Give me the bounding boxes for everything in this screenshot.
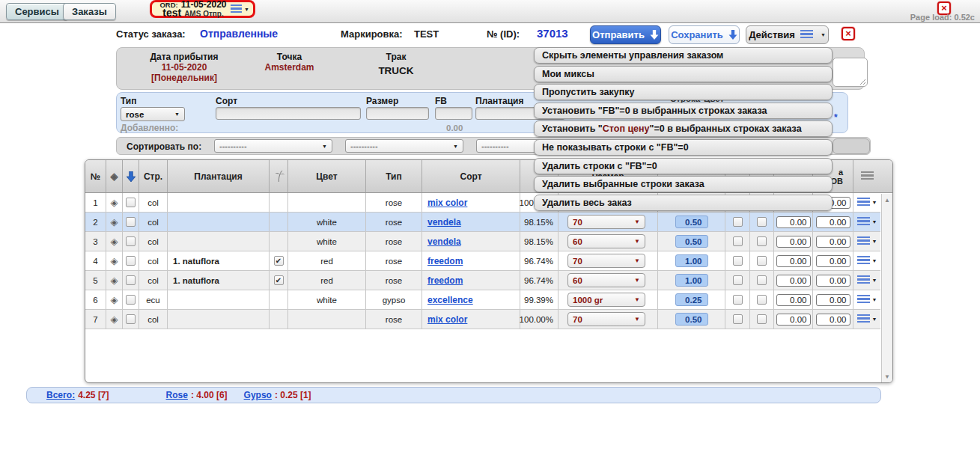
flag-checkbox-1[interactable] [733, 256, 743, 266]
row-checkbox[interactable] [126, 198, 136, 207]
col-plantation[interactable]: Плантация [168, 160, 270, 192]
value-input-1[interactable]: 0.00 [776, 294, 811, 306]
sort-link[interactable]: excellence [427, 295, 473, 305]
resize-grip-icon[interactable] [859, 79, 866, 85]
row-menu-button[interactable]: ▼ [857, 217, 877, 227]
services-button[interactable]: Сервисы [6, 3, 68, 20]
photo-icon[interactable]: ◈ [111, 236, 118, 247]
row-checkbox[interactable] [126, 236, 136, 246]
size-input[interactable] [366, 107, 429, 120]
sort-link[interactable]: mix color [427, 198, 467, 208]
row-menu-button[interactable]: ▼ [857, 198, 877, 207]
value-input-1[interactable]: 0.00 [776, 275, 811, 287]
flag-checkbox-2[interactable] [757, 314, 767, 324]
send-button[interactable]: Отправить [590, 25, 661, 44]
flag-checkbox-1[interactable] [733, 217, 743, 227]
table-row[interactable]: 4 ◈ col 1. natuflora ✔ red rose freedom … [85, 251, 880, 271]
total-link[interactable]: Всего: [46, 390, 75, 400]
sort-link[interactable]: freedom [427, 256, 463, 266]
table-row[interactable]: 2 ◈ col white rose vendela 98.15% 70▼ 0.… [85, 213, 880, 232]
photo-icon[interactable]: ◈ [111, 216, 118, 227]
row-checkbox[interactable] [126, 295, 136, 305]
sort-link[interactable]: vendela [427, 217, 461, 227]
row-checkbox[interactable] [126, 314, 136, 324]
orders-button[interactable]: Заказы [63, 3, 116, 20]
scroll-down-icon[interactable]: ▼ [882, 373, 892, 380]
table-row[interactable]: 7 ◈ col rose mix color 100.00% 70▼ 0.50 … [85, 310, 880, 329]
flag-checkbox-1[interactable] [733, 314, 743, 324]
value-input-1[interactable]: 0.00 [776, 255, 811, 267]
flag-checkbox-1[interactable] [733, 236, 743, 246]
row-menu-button[interactable]: ▼ [857, 256, 877, 266]
sort-link[interactable]: vendela [427, 236, 461, 247]
table-scrollbar[interactable]: ▲ ▼ [881, 194, 892, 383]
value-input-2[interactable]: 0.00 [816, 294, 850, 306]
menu-item-set-stop-price-zero[interactable]: Установить "Стоп цену"=0 в выбранных стр… [534, 120, 833, 137]
size-select[interactable]: 60▼ [567, 273, 645, 287]
value-input-2[interactable]: 0.00 [816, 255, 850, 267]
menu-item-set-fb-zero[interactable]: Установить "FB"=0 в выбранных строках за… [534, 103, 833, 119]
scroll-up-icon[interactable]: ▲ [882, 197, 892, 204]
type-select[interactable]: rose ▼ [121, 107, 185, 121]
price-value[interactable]: 1.00 [675, 274, 708, 287]
flag-checkbox-2[interactable] [757, 275, 767, 285]
table-row[interactable]: 6 ◈ ecu white gypso excellence 99.39% 10… [85, 290, 880, 310]
flag-checkbox-1[interactable] [733, 295, 743, 305]
photo-icon[interactable]: ◈ [111, 314, 118, 325]
sort-select-1[interactable]: ---------- ▼ [214, 139, 332, 153]
row-menu-button[interactable]: ▼ [857, 314, 877, 324]
col-number[interactable]: № [85, 160, 106, 192]
col-select[interactable] [123, 160, 139, 192]
value-input-1[interactable]: 0.00 [776, 236, 811, 248]
col-country[interactable]: Стр. [139, 160, 168, 192]
menu-item-delete-selected-rows[interactable]: Удалить выбранные строки заказа [534, 176, 833, 192]
rose-total-link[interactable]: Rose [166, 390, 188, 400]
menu-item-delete-whole-order[interactable]: Удалить весь заказ [534, 195, 833, 211]
col-row-menu[interactable] [853, 160, 880, 192]
fb-input[interactable] [435, 107, 472, 120]
col-color[interactable]: Цвет [288, 160, 366, 192]
photo-icon[interactable]: ◈ [111, 275, 118, 286]
photo-icon[interactable]: ◈ [111, 294, 118, 305]
value-input-2[interactable]: 0.00 [816, 314, 850, 326]
price-value[interactable]: 0.25 [675, 293, 708, 306]
save-button[interactable]: Сохранить [669, 25, 740, 44]
value-input-1[interactable]: 0.00 [776, 314, 811, 326]
sort-link[interactable]: freedom [427, 275, 463, 286]
price-value[interactable]: 0.50 [675, 235, 708, 248]
comment-textarea[interactable] [833, 58, 868, 87]
menu-item-hide-controls[interactable]: Скрыть элементы управления заказом [534, 47, 833, 64]
menu-item-my-mixes[interactable]: Мои миксы [534, 66, 833, 82]
value-input-2[interactable]: 0.00 [816, 236, 850, 248]
menu-item-skip-purchase[interactable]: Пропустить закупку [534, 84, 833, 100]
row-checkbox[interactable] [126, 217, 136, 227]
size-select[interactable]: 60▼ [567, 234, 645, 248]
size-select[interactable]: 70▼ [567, 312, 645, 326]
actions-button[interactable]: Действия ▼ [746, 25, 829, 44]
row-menu-button[interactable]: ▼ [857, 236, 877, 246]
photo-icon[interactable]: ◈ [111, 255, 118, 266]
current-order-tab[interactable]: ORD: 11-05-2020 test AMS Отпр. ▼ [150, 0, 255, 18]
close-order-button[interactable]: × [841, 27, 855, 40]
sort-link[interactable]: mix color [427, 314, 467, 325]
size-select[interactable]: 70▼ [567, 215, 645, 229]
row-menu-button[interactable]: ▼ [857, 275, 877, 285]
row-checkbox[interactable] [126, 256, 136, 266]
flag-checkbox-2[interactable] [757, 256, 767, 266]
size-select[interactable]: 1000 gr▼ [567, 293, 645, 307]
palm-checkbox[interactable]: ✔ [274, 256, 284, 266]
col-palm[interactable] [270, 160, 288, 192]
col-type[interactable]: Тип [366, 160, 422, 192]
menu-item-hide-fb-zero-rows[interactable]: Не показывать строки с "FB"=0 [534, 139, 833, 156]
menu-item-delete-fb-zero-rows[interactable]: Удалить строки с "FB"=0 [534, 158, 833, 174]
flag-checkbox-1[interactable] [733, 275, 743, 285]
flag-checkbox-2[interactable] [757, 217, 767, 227]
row-menu-button[interactable]: ▼ [857, 295, 877, 305]
value-input-2[interactable]: 0.00 [816, 216, 850, 228]
palm-checkbox[interactable]: ✔ [274, 275, 284, 285]
photo-icon[interactable]: ◈ [111, 197, 118, 208]
price-value[interactable]: 0.50 [675, 313, 708, 326]
col-photo[interactable]: ◈ [106, 160, 123, 192]
table-row[interactable]: 5 ◈ col 1. natuflora ✔ red rose freedom … [85, 271, 880, 290]
flag-checkbox-2[interactable] [757, 295, 767, 305]
